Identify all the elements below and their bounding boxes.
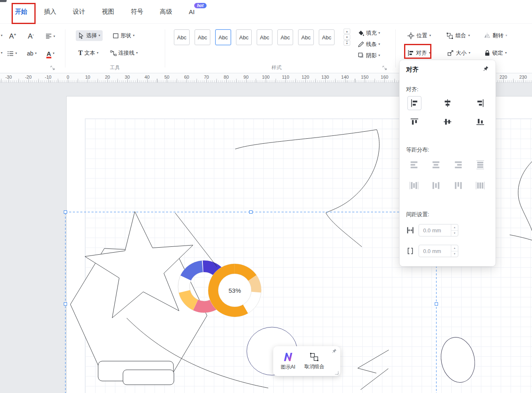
style-item[interactable]: Abc — [195, 29, 210, 45]
fill-dropdown[interactable]: 填充 ▾ — [355, 28, 383, 39]
distribute-vertical-center-button[interactable] — [429, 158, 443, 171]
font-dialog-launcher[interactable] — [51, 66, 55, 70]
gallery-scroll-up-button[interactable]: ▴ — [344, 29, 350, 34]
tab-ai[interactable]: AI hot — [189, 8, 195, 15]
style-item[interactable]: Abc — [174, 29, 190, 45]
group-dropdown[interactable]: 组合 ▾ — [446, 32, 470, 39]
panel-pin-button[interactable] — [483, 65, 489, 72]
stepper-down-button[interactable]: ▾ — [451, 251, 458, 257]
align-dropdown[interactable]: 对齐 ▾ — [407, 49, 431, 57]
tab-home[interactable]: 开始 — [15, 8, 27, 16]
distribute-horizontal-equal-button[interactable] — [474, 179, 487, 192]
tab-insert[interactable]: 插入 — [44, 8, 56, 16]
connector-tool-button[interactable]: 连接线 ▾ — [108, 48, 140, 58]
distribute-vertical-bottom-button[interactable] — [452, 158, 465, 171]
shape-tool-button[interactable]: 形状 ▾ — [110, 30, 137, 41]
spacing-bracket-icon — [406, 247, 414, 255]
distribute-horizontal-left-button[interactable] — [407, 179, 421, 192]
align-left-button[interactable] — [407, 96, 421, 110]
caret-down-icon: ▾ — [378, 43, 380, 46]
gallery-more-button[interactable]: ▾ — [344, 40, 350, 46]
section-tools: 选择 ▾ 形状 ▾ T 文本 ▾ 连接线 ▾ 工具 — [68, 24, 161, 73]
group-icon — [446, 32, 453, 39]
align-center-horizontal-button[interactable] — [441, 96, 455, 110]
stepper-down-button[interactable]: ▾ — [451, 231, 458, 236]
style-item[interactable]: Abc — [277, 29, 293, 45]
caret-down-icon: ▾ — [15, 52, 17, 55]
flip-dropdown[interactable]: 翻转 ▾ — [484, 32, 507, 39]
align-top-button[interactable] — [407, 115, 421, 129]
select-cursor-icon — [78, 32, 84, 39]
caret-down-icon: ▾ — [133, 34, 135, 37]
flip-icon — [484, 32, 491, 39]
distribute-vertical-equal-button[interactable] — [474, 158, 487, 171]
text-tool-button[interactable]: T 文本 ▾ — [76, 48, 101, 58]
align-section-label: 对齐: — [406, 86, 419, 93]
dialog-launcher-icon — [51, 66, 55, 70]
tab-advanced[interactable]: 高级 — [160, 8, 172, 16]
stepper-up-button[interactable]: ▴ — [451, 224, 458, 231]
distribute-icon — [409, 181, 419, 190]
caret-down-icon: ▾ — [136, 51, 138, 55]
spacing-row-2: 0.0 mm ▴ ▾ — [406, 245, 458, 257]
ruler-tick-label: 30 — [125, 75, 130, 80]
spacing-section-label: 间距设置: — [406, 211, 429, 218]
style-item[interactable]: Abc — [236, 29, 252, 45]
shadow-label: 阴影 — [366, 52, 377, 59]
style-gallery: AbcAbcAbcAbcAbcAbcAbcAbc — [174, 29, 335, 45]
text-icon: T — [78, 50, 83, 56]
list-dropdown[interactable]: ▾ — [5, 49, 19, 58]
ruler-tick-label: 20 — [105, 75, 110, 80]
shadow-dropdown[interactable]: 阴影 ▾ — [355, 50, 383, 61]
size-dropdown[interactable]: 大小 ▾ — [447, 49, 470, 57]
dialog-launcher-icon — [383, 66, 387, 70]
position-dropdown[interactable]: 位置 ▾ — [407, 32, 431, 39]
spacing-input-2[interactable]: 0.0 mm ▴ ▾ — [419, 245, 458, 257]
section-font: A+ A- ▾ ▾ ab ▾ A ▾ — [0, 24, 65, 73]
lock-dropdown[interactable]: 锁定 ▾ — [484, 49, 507, 57]
tab-symbol[interactable]: 符号 — [131, 8, 143, 16]
gallery-scroll-down-button[interactable]: ▾ — [344, 34, 350, 40]
strikethrough-dropdown[interactable]: ab ▾ — [24, 48, 39, 58]
caret-down-icon: ▾ — [53, 52, 54, 55]
spacing-stepper-1: ▴ ▾ — [451, 224, 458, 236]
ruler-tick-label: 60 — [184, 75, 189, 80]
toolbar-pin-button[interactable] — [332, 348, 337, 354]
select-tool-button[interactable]: 选择 ▾ — [76, 30, 103, 41]
ungroup-label: 取消组合 — [304, 363, 324, 370]
style-item[interactable]: Abc — [319, 29, 335, 45]
styles-dialog-launcher[interactable] — [383, 66, 387, 70]
align-right-button[interactable] — [473, 96, 487, 110]
style-item[interactable]: Abc — [298, 29, 314, 45]
ruler-tick-label: 140 — [341, 75, 349, 80]
font-decrease-label: A — [28, 33, 32, 40]
distribute-horizontal-center-button[interactable] — [429, 179, 443, 192]
line-dropdown[interactable]: 线条 ▾ — [355, 39, 383, 50]
tab-view[interactable]: 视图 — [102, 8, 114, 16]
spacing-input-1[interactable]: 0.0 mm ▴ ▾ — [419, 224, 458, 236]
ungroup-button[interactable]: 取消组合 — [304, 352, 324, 370]
size-icon — [447, 50, 454, 56]
text-align-dropdown[interactable]: ▾ — [43, 32, 58, 41]
tab-design[interactable]: 设计 — [73, 8, 85, 16]
caret-down-icon: ▾ — [53, 35, 55, 38]
stepper-up-button[interactable]: ▴ — [451, 245, 458, 251]
pin-icon — [483, 65, 489, 72]
align-panel-title: 对齐 — [406, 66, 419, 74]
font-decrease-button[interactable]: A- — [25, 31, 36, 41]
font-increase-sup: + — [14, 33, 16, 37]
style-item[interactable]: Abc — [215, 29, 231, 45]
toolbar-resize-handle[interactable] — [335, 371, 339, 375]
distribute-vertical-top-button[interactable] — [407, 158, 421, 171]
align-bottom-button[interactable] — [473, 115, 487, 129]
align-right-icon — [476, 99, 485, 108]
ruler-tick-label: -20 — [25, 75, 31, 80]
hot-badge: hot — [194, 3, 207, 8]
font-color-dropdown[interactable]: A ▾ — [44, 49, 57, 58]
font-decrease-sup: - — [33, 33, 34, 37]
style-item[interactable]: Abc — [257, 29, 272, 45]
distribute-horizontal-right-button[interactable] — [452, 179, 465, 192]
font-increase-button[interactable]: A+ — [7, 31, 19, 41]
align-middle-vertical-button[interactable] — [441, 115, 455, 129]
ai-diagram-button[interactable]: 图示AI — [281, 352, 295, 371]
